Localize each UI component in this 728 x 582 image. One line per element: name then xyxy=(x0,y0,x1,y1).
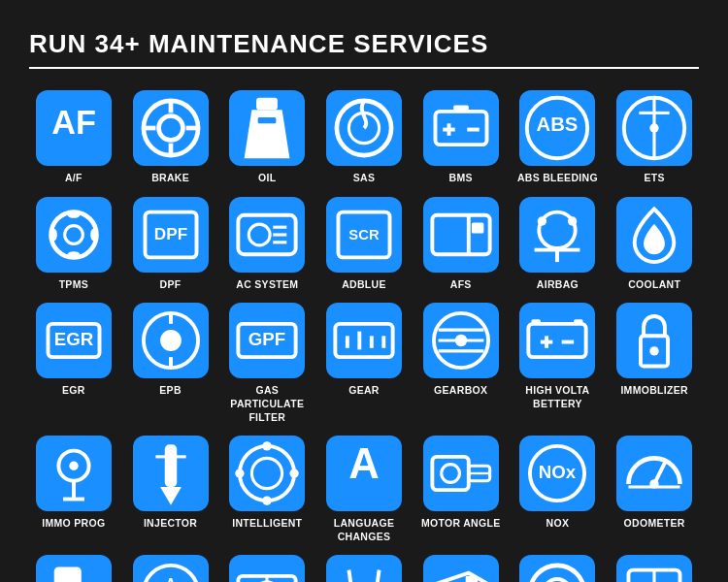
service-label-nox: NOX xyxy=(546,517,570,531)
icon-box-epb xyxy=(133,303,209,378)
svg-text:A: A xyxy=(348,439,380,487)
service-label-injector: INJECTOR xyxy=(144,517,197,531)
service-item-afs[interactable]: AFS xyxy=(416,197,506,292)
svg-rect-66 xyxy=(532,319,541,324)
svg-point-79 xyxy=(290,469,299,478)
svg-text:SCR: SCR xyxy=(348,226,380,242)
service-label-oil: OIL xyxy=(258,172,276,185)
svg-rect-12 xyxy=(453,106,469,112)
svg-point-21 xyxy=(50,211,96,257)
service-item-injector[interactable]: INJECTOR xyxy=(126,436,215,543)
icon-box-adblue: SCR xyxy=(326,197,402,273)
service-label-dpf: DPF xyxy=(160,278,182,292)
service-label-coolant: COOLANT xyxy=(628,278,680,292)
service-item-af[interactable]: AFA/F xyxy=(29,90,118,185)
services-grid: AFA/FBRAKEOILSASBMSABSABS BLeedingETSTPM… xyxy=(29,90,699,582)
service-label-adblue: ADBLUE xyxy=(342,278,386,292)
service-item-gpf[interactable]: GPFGAS PARTICULATE FILTER xyxy=(222,303,312,424)
svg-point-25 xyxy=(50,228,56,240)
service-label-ac: AC SYSTEM xyxy=(236,278,298,292)
svg-rect-7 xyxy=(256,98,278,110)
icon-box-intelligent xyxy=(229,436,305,511)
service-label-airbag: AIRBAG xyxy=(537,278,579,292)
svg-rect-92 xyxy=(54,567,82,582)
svg-text:A: A xyxy=(165,576,176,582)
svg-point-2 xyxy=(158,116,182,141)
service-item-immob[interactable]: IMMOBLizer xyxy=(610,303,699,424)
icon-box-ac xyxy=(229,197,305,273)
service-item-oil[interactable]: OIL xyxy=(222,90,312,185)
icon-box-stopstart: AOFF xyxy=(133,555,209,582)
service-label-gearbox: GEARBOX xyxy=(434,384,487,398)
service-label-intelligent: INTELLIGENT xyxy=(232,517,302,531)
service-item-intelligent[interactable]: INTELLIGENT xyxy=(222,436,312,543)
svg-rect-62 xyxy=(529,324,586,357)
service-item-immoprog[interactable]: IMMO PROG xyxy=(29,436,118,543)
service-item-motorangle[interactable]: MOTOR ANGLE xyxy=(416,436,506,543)
svg-point-47 xyxy=(160,330,182,351)
service-item-airbag[interactable]: AIRBAG xyxy=(513,197,603,292)
service-item-gearbox[interactable]: GEARBOX xyxy=(416,303,506,424)
service-item-tpms[interactable]: TPMS xyxy=(29,197,118,292)
service-item-nox[interactable]: NOxNOX xyxy=(513,436,603,543)
page-title: RUN 34+ MAINTENANCE SERVICES xyxy=(29,29,699,59)
service-item-hvb[interactable]: HIGH VOLTA BETTERY xyxy=(513,303,603,424)
service-item-gear[interactable]: GEAR xyxy=(319,303,409,424)
svg-rect-36 xyxy=(432,214,489,254)
service-label-bms: BMS xyxy=(449,172,473,185)
title-divider xyxy=(29,67,699,69)
icon-box-coolant xyxy=(616,197,692,273)
service-item-seats[interactable]: SEATS xyxy=(29,555,118,582)
service-item-odometer[interactable]: ODOMETER xyxy=(610,436,699,543)
service-item-stopstart[interactable]: AOFFSTOP/START xyxy=(126,555,215,582)
service-item-sunroof[interactable]: SUNROOF xyxy=(222,555,312,582)
svg-point-24 xyxy=(68,251,80,257)
service-label-immob: IMMOBLizer xyxy=(620,384,688,398)
svg-rect-8 xyxy=(258,117,277,123)
icon-box-injector xyxy=(133,436,209,511)
service-label-af: A/F xyxy=(65,172,83,185)
service-item-suspension[interactable]: SUSPENSION xyxy=(319,555,409,582)
service-item-adblue[interactable]: SCRADBLUE xyxy=(319,197,409,292)
svg-point-76 xyxy=(240,446,294,501)
icon-box-tyre xyxy=(519,555,595,582)
icon-box-brake xyxy=(133,90,209,166)
service-item-ac[interactable]: AC SYSTEM xyxy=(222,197,312,292)
service-item-abs[interactable]: ABSABS BLeeding xyxy=(513,90,603,185)
service-label-abs: ABS BLeeding xyxy=(517,172,598,185)
icon-box-egr: EGR xyxy=(36,303,112,378)
icon-box-dpf: DPF xyxy=(133,197,209,273)
svg-point-81 xyxy=(236,469,245,478)
service-item-brake[interactable]: BRAKE xyxy=(126,90,215,185)
svg-text:NOx: NOx xyxy=(539,462,577,482)
icon-box-transport xyxy=(423,555,499,582)
svg-rect-67 xyxy=(575,319,583,324)
service-item-transport[interactable]: TRANSPORT xyxy=(416,555,506,582)
icon-box-gearbox xyxy=(423,303,499,378)
service-label-motorangle: MOTOR ANGLE xyxy=(421,517,500,531)
service-item-ets[interactable]: ETS xyxy=(610,90,699,185)
icon-box-suspension xyxy=(326,555,402,582)
service-item-language[interactable]: ALANGUAGE CHANGES xyxy=(319,436,409,543)
service-item-bms[interactable]: BMS xyxy=(416,90,506,185)
service-item-sas[interactable]: SAS xyxy=(319,90,409,185)
icon-box-af: AF xyxy=(36,90,112,166)
svg-point-26 xyxy=(90,228,96,240)
service-label-sas: SAS xyxy=(353,172,376,185)
icon-box-tpms xyxy=(36,197,112,273)
icon-box-language: A xyxy=(326,436,402,511)
svg-point-20 xyxy=(649,123,658,132)
svg-text:EGR: EGR xyxy=(54,329,94,349)
svg-rect-38 xyxy=(472,222,483,233)
icon-box-sas xyxy=(326,90,402,166)
service-item-windows[interactable]: WINDOWS xyxy=(610,555,699,582)
service-item-egr[interactable]: EGREGR xyxy=(29,303,118,424)
icon-box-bms xyxy=(423,90,499,166)
svg-point-69 xyxy=(649,347,658,356)
icon-box-odometer xyxy=(616,436,692,511)
service-item-epb[interactable]: EPB xyxy=(126,303,215,424)
service-item-tyre[interactable]: TYRE xyxy=(513,555,603,582)
service-item-coolant[interactable]: COOLANT xyxy=(610,197,699,292)
svg-rect-74 xyxy=(164,445,176,488)
service-item-dpf[interactable]: DPFDPF xyxy=(126,197,215,292)
